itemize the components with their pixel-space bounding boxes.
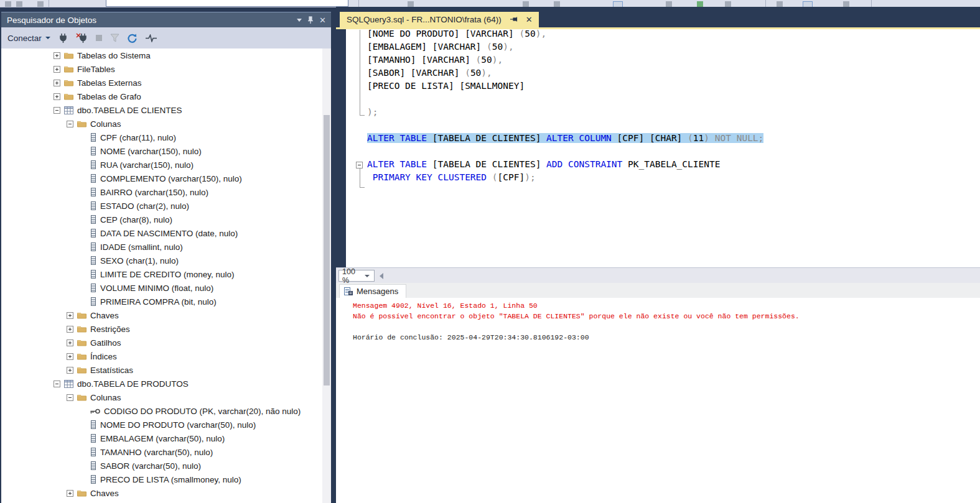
tree-item[interactable]: Estatísticas (1, 363, 322, 377)
tree-item[interactable]: CODIGO DO PRODUTO (PK, varchar(20), não … (1, 404, 322, 418)
column-icon (90, 229, 96, 238)
table-icon (64, 380, 73, 388)
tree-scrollbar[interactable] (322, 48, 331, 503)
tree-item[interactable]: SEXO (char(1), nulo) (1, 254, 322, 267)
tree-item-label: NOME DO PRODUTO (varchar(50), nulo) (100, 420, 256, 430)
close-icon[interactable]: ✕ (319, 16, 326, 24)
tree-item[interactable]: dbo.TABELA DE PRODUTOS (1, 377, 322, 390)
disconnect-plug-icon[interactable] (76, 33, 88, 44)
zoom-select[interactable]: 100 % (338, 270, 375, 282)
tab-title: SQLQuery3.sql - FR...NTONIO\frata (64)) (347, 15, 502, 24)
stop-icon[interactable] (95, 34, 103, 42)
tree-item[interactable]: LIMITE DE CREDITO (money, nulo) (1, 267, 322, 281)
tree-item[interactable]: Restrições (1, 322, 322, 336)
code-line: PRIMARY KEY CLUSTERED ([CPF]); (346, 171, 980, 184)
tree-item[interactable]: Tabelas Externas (1, 76, 322, 90)
expander-plus-icon[interactable] (54, 66, 60, 73)
column-icon (90, 188, 96, 196)
tree-item[interactable]: ESTADO (char(2), nulo) (1, 199, 322, 213)
toolbar-separator (765, 0, 766, 7)
code-line: ALTER TABLE [TABELA DE CLIENTES] ADD CON… (346, 158, 980, 171)
expander-plus-icon[interactable] (67, 339, 73, 346)
filter-icon[interactable] (110, 34, 119, 42)
expander-plus-icon[interactable] (54, 93, 60, 100)
tree-item[interactable]: Chaves (1, 486, 322, 500)
toolbar-icon-stub[interactable] (725, 1, 731, 7)
tree-item[interactable]: EMBALAGEM (varchar(50), nulo) (1, 431, 322, 445)
tree-item[interactable]: Colunas (1, 117, 322, 131)
sql-editor[interactable]: [NOME DO PRODUTO] [VARCHAR] (50),[EMBALA… (346, 29, 980, 267)
tree-item[interactable]: NOME (varchar(150), nulo) (1, 144, 322, 158)
tab-pin-icon[interactable] (510, 17, 518, 23)
object-explorer-tree[interactable]: Tabelas do SistemaFileTablesTabelas Exte… (1, 48, 322, 503)
expander-minus-icon[interactable] (67, 121, 73, 127)
expander-minus-icon[interactable] (67, 394, 73, 401)
toolbar-icon-stub[interactable] (697, 1, 703, 7)
folder-icon (77, 394, 86, 401)
connect-plug-icon[interactable] (58, 33, 68, 44)
toolbar-icon-stub[interactable] (5, 1, 11, 7)
expander-plus-icon[interactable] (67, 312, 73, 319)
expander-plus-icon[interactable] (67, 353, 73, 360)
code-area[interactable]: [NOME DO PRODUTO] [VARCHAR] (50),[EMBALA… (346, 29, 980, 184)
hscroll-left-arrow-icon[interactable] (377, 271, 386, 280)
tree-item[interactable]: Gatilhos (1, 336, 322, 349)
column-icon (90, 420, 96, 429)
tree-scrollbar-thumb[interactable] (324, 115, 330, 385)
tree-item[interactable]: RUA (varchar(150), nulo) (1, 158, 322, 172)
zoom-dropdown-icon[interactable] (357, 270, 374, 281)
toolbar-icon-stub[interactable] (554, 1, 560, 7)
tree-item[interactable]: Tabelas do Sistema (1, 48, 322, 62)
tree-item[interactable]: Tabelas de Grafo (1, 90, 322, 103)
toolbar-icon-stub[interactable] (843, 1, 849, 7)
tree-item[interactable]: PRIMEIRA COMPRA (bit, nulo) (1, 295, 322, 308)
tree-item[interactable]: FileTables (1, 62, 322, 76)
tree-item[interactable]: BAIRRO (varchar(150), nulo) (1, 185, 322, 199)
tree-item[interactable]: IDADE (smallint, nulo) (1, 240, 322, 254)
object-explorer-titlebar[interactable]: Pesquisador de Objetos ✕ (1, 12, 331, 27)
tree-item[interactable]: PRECO DE LISTA (smallmoney, nulo) (1, 473, 322, 486)
tree-item[interactable]: SABOR (varchar(50), nulo) (1, 459, 322, 473)
connect-button[interactable]: Conectar (7, 34, 50, 43)
tree-item[interactable]: Índices (1, 349, 322, 363)
toolbar-icon-stub[interactable] (408, 1, 414, 7)
column-icon (90, 160, 96, 169)
expander-minus-icon[interactable] (54, 107, 60, 114)
expander-plus-icon[interactable] (67, 490, 73, 497)
tree-item[interactable]: CEP (char(8), nulo) (1, 213, 322, 226)
column-icon (90, 270, 96, 279)
tree-item[interactable]: COMPLEMENTO (varchar(150), nulo) (1, 172, 322, 185)
toolbar-icon-stub[interactable] (666, 1, 672, 7)
tree-item[interactable]: dbo.TABELA DE CLIENTES (1, 103, 322, 117)
tree-item[interactable]: VOLUME MINIMO (float, nulo) (1, 281, 322, 295)
expander-plus-icon[interactable] (67, 326, 73, 333)
tree-item[interactable]: NOME DO PRODUTO (varchar(50), nulo) (1, 418, 322, 431)
tab-mensagens[interactable]: Mensagens (339, 284, 406, 298)
tree-item[interactable]: TAMANHO (varchar(50), nulo) (1, 445, 322, 459)
refresh-icon[interactable] (127, 33, 138, 44)
expander-minus-icon[interactable] (54, 381, 60, 387)
expander-plus-icon[interactable] (67, 367, 73, 374)
expander-plus-icon[interactable] (54, 52, 60, 59)
toolbar-combobox[interactable] (106, 0, 348, 7)
toolbar-icon-stub[interactable] (523, 1, 529, 7)
activity-monitor-icon[interactable] (145, 34, 157, 42)
tab-close-icon[interactable]: ✕ (526, 15, 533, 24)
messages-pane[interactable]: Mensagem 4902, Nível 16, Estado 1, Linha… (336, 298, 980, 503)
folder-icon (77, 489, 86, 497)
toolbar-icon-stub[interactable] (37, 1, 44, 7)
tree-item[interactable]: DATA DE NASCIMENTO (date, nulo) (1, 226, 322, 240)
toolbar-icon-stub[interactable] (16, 1, 22, 7)
tree-item-label: COMPLEMENTO (varchar(150), nulo) (100, 174, 242, 183)
connect-label: Conectar (7, 34, 42, 43)
tab-sqlquery3[interactable]: SQLQuery3.sql - FR...NTONIO\frata (64)) … (340, 12, 539, 27)
expander-plus-icon[interactable] (54, 80, 60, 86)
window-position-icon[interactable] (297, 19, 302, 22)
pin-icon[interactable] (307, 16, 314, 24)
tree-item[interactable]: Colunas (1, 390, 322, 404)
code-line (346, 119, 980, 132)
tree-item[interactable]: CPF (char(11), nulo) (1, 131, 322, 144)
toolbar-icon-stub[interactable] (777, 1, 783, 7)
tree-item[interactable]: Chaves (1, 308, 322, 322)
tree-item-label: Índices (90, 352, 117, 361)
